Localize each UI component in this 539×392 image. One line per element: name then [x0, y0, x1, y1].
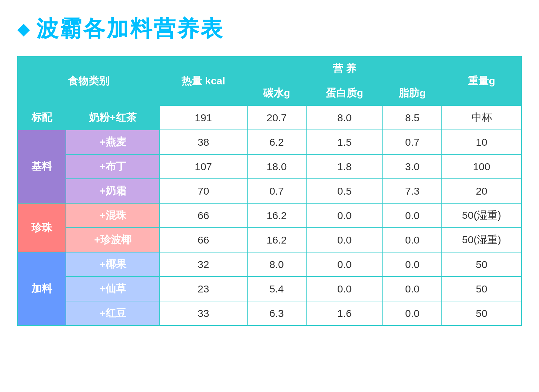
carbs-cell: 0.7 [247, 179, 306, 203]
weight-cell: 50(湿重) [442, 228, 521, 252]
category-cell: 基料 [18, 130, 66, 203]
diamond-icon: ◆ [17, 21, 30, 37]
fat-cell: 8.5 [383, 105, 442, 130]
carbs-cell: 16.2 [247, 203, 306, 228]
protein-cell: 0.5 [306, 179, 383, 203]
protein-cell: 1.5 [306, 130, 383, 154]
category-cell: 珍珠 [18, 203, 66, 252]
weight-cell: 100 [442, 154, 521, 179]
nutrition-table: 食物类别 热量 kcal 营 养 重量g 碳水g 蛋白质g 脂肪g 标配奶粉+红… [17, 56, 522, 326]
page-title: 波霸各加料营养表 [36, 14, 224, 44]
calories-cell: 38 [160, 130, 247, 154]
sub-category-cell: +燕麦 [66, 130, 160, 154]
table-row: 加料+椰果328.00.00.050 [18, 252, 521, 277]
carbs-cell: 8.0 [247, 252, 306, 277]
th-nutrition-group: 营 养 [247, 56, 442, 81]
th-carbs: 碳水g [247, 81, 306, 105]
calories-cell: 66 [160, 228, 247, 252]
fat-cell: 0.0 [383, 203, 442, 228]
fat-cell: 0.0 [383, 228, 442, 252]
carbs-cell: 18.0 [247, 154, 306, 179]
protein-cell: 1.8 [306, 154, 383, 179]
fat-cell: 0.0 [383, 301, 442, 326]
sub-category-cell: +布丁 [66, 154, 160, 179]
fat-cell: 3.0 [383, 154, 442, 179]
carbs-cell: 20.7 [247, 105, 306, 130]
sub-category-cell: +仙草 [66, 277, 160, 301]
calories-cell: 70 [160, 179, 247, 203]
table-row: +仙草235.40.00.050 [18, 277, 521, 301]
fat-cell: 0.0 [383, 252, 442, 277]
fat-cell: 0.7 [383, 130, 442, 154]
category-cell: 加料 [18, 252, 66, 326]
carbs-cell: 6.3 [247, 301, 306, 326]
carbs-cell: 5.4 [247, 277, 306, 301]
sub-category-cell: +红豆 [66, 301, 160, 326]
table-row: +红豆336.31.60.050 [18, 301, 521, 326]
table-row: +奶霜700.70.57.320 [18, 179, 521, 203]
carbs-cell: 16.2 [247, 228, 306, 252]
protein-cell: 8.0 [306, 105, 383, 130]
fat-cell: 7.3 [383, 179, 442, 203]
calories-cell: 33 [160, 301, 247, 326]
weight-cell: 50 [442, 252, 521, 277]
weight-cell: 中杯 [442, 105, 521, 130]
protein-cell: 0.0 [306, 252, 383, 277]
fat-cell: 0.0 [383, 277, 442, 301]
weight-cell: 20 [442, 179, 521, 203]
sub-category-cell: +珍波椰 [66, 228, 160, 252]
carbs-cell: 6.2 [247, 130, 306, 154]
weight-cell: 50 [442, 301, 521, 326]
protein-cell: 1.6 [306, 301, 383, 326]
calories-cell: 66 [160, 203, 247, 228]
th-protein: 蛋白质g [306, 81, 383, 105]
sub-category-cell: +奶霜 [66, 179, 160, 203]
weight-cell: 10 [442, 130, 521, 154]
category-cell: 标配 [18, 105, 66, 130]
title-container: ◆ 波霸各加料营养表 [17, 14, 522, 44]
calories-cell: 191 [160, 105, 247, 130]
table-row: 基料+燕麦386.21.50.710 [18, 130, 521, 154]
th-calories: 热量 kcal [160, 56, 247, 105]
calories-cell: 107 [160, 154, 247, 179]
calories-cell: 23 [160, 277, 247, 301]
th-weight: 重量g [442, 56, 521, 105]
calories-cell: 32 [160, 252, 247, 277]
weight-cell: 50(湿重) [442, 203, 521, 228]
protein-cell: 0.0 [306, 277, 383, 301]
th-fat: 脂肪g [383, 81, 442, 105]
sub-category-cell: +混珠 [66, 203, 160, 228]
protein-cell: 0.0 [306, 228, 383, 252]
table-row: +珍波椰6616.20.00.050(湿重) [18, 228, 521, 252]
header-row-1: 食物类别 热量 kcal 营 养 重量g [18, 56, 521, 81]
sub-category-cell: +椰果 [66, 252, 160, 277]
th-food-category: 食物类别 [18, 56, 160, 105]
weight-cell: 50 [442, 277, 521, 301]
table-row: 珍珠+混珠6616.20.00.050(湿重) [18, 203, 521, 228]
table-row: 标配奶粉+红茶19120.78.08.5中杯 [18, 105, 521, 130]
sub-category-cell: 奶粉+红茶 [66, 105, 160, 130]
table-row: +布丁10718.01.83.0100 [18, 154, 521, 179]
protein-cell: 0.0 [306, 203, 383, 228]
table-body: 标配奶粉+红茶19120.78.08.5中杯基料+燕麦386.21.50.710… [18, 105, 521, 326]
